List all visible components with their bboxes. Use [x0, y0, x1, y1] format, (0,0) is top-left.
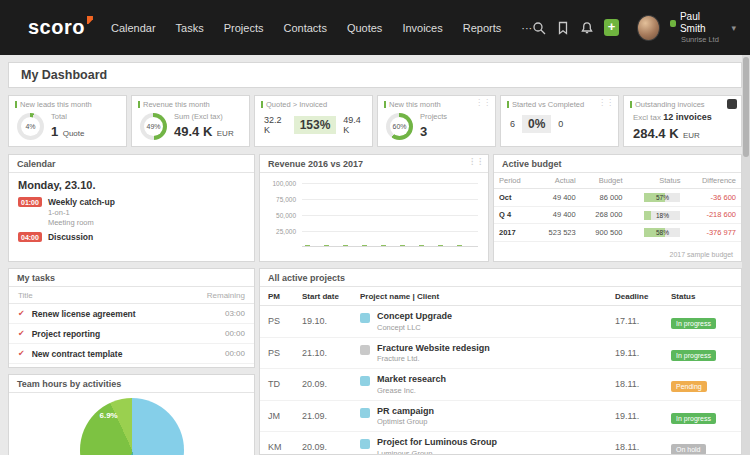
- kpi-new-this-month: ⋮⋮ New this month 60% Projects 3: [377, 95, 496, 147]
- my-tasks-header: My tasks: [9, 269, 254, 287]
- kpi-title-text: Outstanding invoices: [635, 100, 705, 109]
- nav-contacts[interactable]: Contacts: [283, 22, 326, 34]
- event-time-badge: 04:00: [18, 232, 42, 242]
- y-axis-tick: 50,000: [266, 212, 296, 219]
- drag-handle-icon[interactable]: ⋮⋮: [468, 158, 484, 166]
- checkmark-icon[interactable]: ✔: [18, 349, 25, 358]
- budget-actual: 49 400: [534, 206, 581, 224]
- drag-handle-icon[interactable]: ⋮⋮: [598, 99, 614, 107]
- active-budget-header: Active budget: [494, 155, 741, 173]
- donut-percent: 60%: [386, 113, 413, 140]
- budget-status-cell: 18%: [627, 206, 685, 224]
- y-axis-tick: 25,000: [266, 228, 296, 235]
- project-start: 20.09.: [294, 432, 352, 455]
- kpi-ratio-value: 0%: [522, 115, 551, 133]
- revenue-bar-group: [381, 245, 392, 246]
- projects-col-status[interactable]: Status: [663, 287, 741, 306]
- dashboard-content: My Dashboard New leads this month 4% Tot…: [8, 62, 742, 455]
- revenue-chart-widget: Revenue 2016 vs 2017 ⋮⋮ 100,000 75,000 5…: [259, 154, 489, 262]
- project-color-icon: [360, 439, 370, 449]
- donut-chart: 60%: [386, 113, 413, 140]
- task-title: New contract template: [32, 349, 225, 359]
- projects-col-deadline[interactable]: Deadline: [607, 287, 663, 306]
- nav-quotes[interactable]: Quotes: [347, 22, 382, 34]
- project-row[interactable]: PS 19.10. Concept Upgrade Concept LLC 17…: [260, 306, 741, 338]
- add-new-button[interactable]: +: [604, 19, 619, 36]
- chevron-down-icon[interactable]: ▾: [731, 23, 736, 33]
- projects-col-start[interactable]: Start date: [294, 287, 352, 306]
- scrollbar-thumb[interactable]: [743, 57, 749, 157]
- project-name[interactable]: PR campaign: [377, 406, 434, 416]
- bell-icon[interactable]: [580, 21, 594, 35]
- budget-progress-bar: 57%: [644, 193, 680, 202]
- project-color-icon: [360, 345, 370, 355]
- project-name[interactable]: Fracture Website redesign: [377, 343, 490, 353]
- budget-row[interactable]: Oct 49 400 86 000 57% -36 600: [494, 189, 741, 207]
- task-row[interactable]: ✔ Project reporting 00:00: [9, 324, 254, 344]
- kpi-left-value: 6: [510, 119, 515, 129]
- drag-handle-icon[interactable]: ⋮⋮: [475, 99, 491, 107]
- project-row[interactable]: TD 20.09. Market research Grease Inc. 18…: [260, 369, 741, 401]
- budget-footer-note: 2017 sample budget: [494, 249, 741, 261]
- left-column: My tasks Title Remaining ✔ Renew license…: [8, 268, 255, 455]
- widget-title: My tasks: [17, 273, 55, 283]
- budget-row[interactable]: Q 4 49 400 268 000 18% -218 600: [494, 206, 741, 224]
- user-avatar[interactable]: [637, 15, 660, 41]
- nav-projects[interactable]: Projects: [224, 22, 264, 34]
- project-pm: PS: [260, 306, 294, 338]
- projects-col-name[interactable]: Project name | Client: [352, 287, 607, 306]
- project-name[interactable]: Market research: [377, 374, 446, 384]
- scoro-logo[interactable]: scoro: [28, 16, 85, 39]
- search-icon[interactable]: [532, 21, 546, 35]
- budget-budget: 900 500: [581, 224, 628, 242]
- kpi-value: 1: [51, 124, 58, 139]
- nav-invoices[interactable]: Invoices: [402, 22, 442, 34]
- calendar-event[interactable]: 01:00 Weekly catch-up 1-on-1 Meeting roo…: [18, 197, 245, 227]
- dark-corner-icon[interactable]: [727, 99, 737, 109]
- calendar-event[interactable]: 04:00 Discussion: [18, 232, 245, 242]
- budget-budget: 268 000: [581, 206, 628, 224]
- kpi-row: New leads this month 4% Total 1 Quote: [8, 95, 742, 147]
- widget-title: Revenue 2016 vs 2017: [268, 159, 363, 169]
- project-name[interactable]: Project for Luminous Group: [377, 437, 497, 447]
- nav-tasks[interactable]: Tasks: [176, 22, 204, 34]
- project-start: 21.09.: [294, 400, 352, 432]
- kpi-title: Quoted > Invoiced: [261, 100, 366, 109]
- status-badge: Pending: [671, 381, 707, 392]
- revenue-bar: [438, 245, 443, 246]
- progress-percent: 18%: [644, 211, 680, 220]
- nav-reports[interactable]: Reports: [463, 22, 502, 34]
- kpi-title: Revenue this month: [138, 100, 243, 109]
- revenue-bar: [419, 245, 424, 246]
- project-name[interactable]: Concept Upgrade: [377, 311, 452, 321]
- budget-difference: -376 977: [685, 224, 741, 242]
- budget-col-budget: Budget: [581, 173, 628, 189]
- checkmark-icon[interactable]: ✔: [18, 329, 25, 338]
- kpi-left-value: 32.2 K: [264, 115, 287, 135]
- widgets-row-2: Calendar Monday, 23.10. 01:00 Weekly cat…: [8, 154, 742, 262]
- revenue-chart: 100,000 75,000 50,000 25,000: [266, 183, 478, 247]
- event-title: Weekly catch-up: [48, 197, 115, 207]
- task-row[interactable]: ✔ Renew license agreement 03:00: [9, 304, 254, 324]
- revenue-bar-group: [305, 245, 316, 246]
- revenue-bar: [324, 245, 329, 246]
- tasks-col-title: Title: [18, 291, 33, 300]
- kpi-caption: Sum (Excl tax): [174, 112, 234, 121]
- project-row[interactable]: PS 21.10. Fracture Website redesign Frac…: [260, 337, 741, 369]
- task-row[interactable]: ✔ New contract template 00:00: [9, 344, 254, 364]
- nav-more[interactable]: ···: [521, 22, 532, 34]
- checkmark-icon[interactable]: ✔: [18, 309, 25, 318]
- kpi-caption: Excl tax: [633, 113, 661, 122]
- user-menu[interactable]: Paul Smith Sunrise Ltd: [670, 11, 722, 44]
- topbar: scoro Calendar Tasks Projects Contacts Q…: [0, 0, 750, 55]
- kpi-title-text: New leads this month: [20, 100, 92, 109]
- bookmark-icon[interactable]: [556, 21, 570, 35]
- kpi-quoted-invoiced: Quoted > Invoiced 32.2 K 153% 49.4 K: [254, 95, 373, 147]
- nav-calendar[interactable]: Calendar: [111, 22, 156, 34]
- projects-col-pm[interactable]: PM: [260, 287, 294, 306]
- kpi-value: 284.4 K: [633, 126, 679, 141]
- widget-title: Team hours by activities: [17, 379, 121, 389]
- project-row[interactable]: JM 21.09. PR campaign Optimist Group 19.…: [260, 400, 741, 432]
- project-row[interactable]: KM 20.09. Project for Luminous Group Lum…: [260, 432, 741, 455]
- budget-row[interactable]: 2017 523 523 900 500 58% -376 977: [494, 224, 741, 242]
